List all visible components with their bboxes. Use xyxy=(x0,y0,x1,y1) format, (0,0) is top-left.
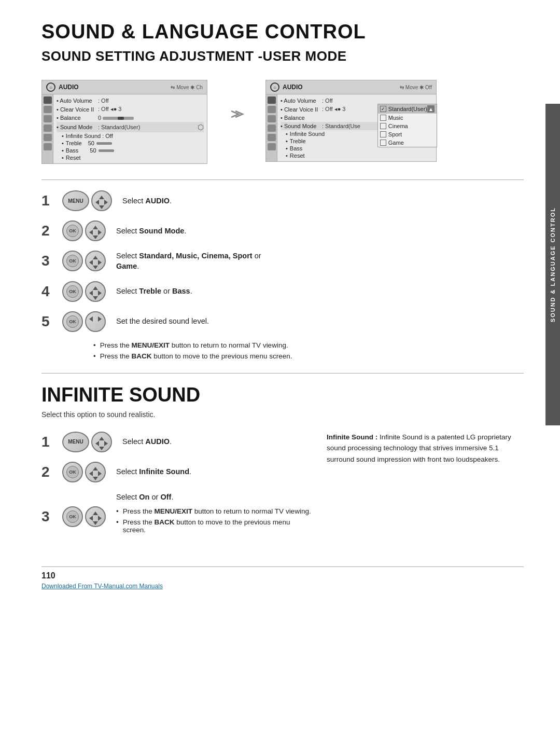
is-ok-inner-2: OK xyxy=(66,466,79,478)
infinite-sound-title: INFINITE SOUND xyxy=(41,384,524,406)
r-label-reset: Reset xyxy=(290,153,305,159)
note-text-2: Press the BACK button to move to the pre… xyxy=(100,352,292,360)
sub-row-treble: • Treble 50 xyxy=(57,140,204,147)
is-nav-center-2 xyxy=(93,472,97,476)
step-4-buttons: OK xyxy=(62,281,106,302)
dropdown-label-music: Music xyxy=(388,115,403,121)
footer-link[interactable]: Downloaded From TV-Manual.com Manuals xyxy=(41,583,524,590)
sound-mode-dropdown[interactable]: ✓ Standard(User) ▲ Music Cinema xyxy=(377,104,437,147)
is-nav-left-1 xyxy=(95,441,99,446)
divider-2 xyxy=(41,373,524,374)
note-2: • Press the BACK button to move to the p… xyxy=(93,352,524,360)
label-balance: Balance xyxy=(57,115,98,121)
value-balance: 0 xyxy=(98,115,204,121)
nav-inner-5 xyxy=(90,316,101,327)
nav-inner-4 xyxy=(90,286,101,297)
nav-pad-3[interactable] xyxy=(85,251,106,271)
nav-right-arrow xyxy=(104,200,108,205)
is-ok-button-2[interactable]: OK xyxy=(62,462,83,482)
r-label-clear-voice: Clear Voice II xyxy=(281,106,322,113)
checkbox-standard: ✓ xyxy=(380,106,386,112)
is-nav-inner-2 xyxy=(90,467,101,477)
nav-right-4 xyxy=(98,290,102,296)
step-3-text: Select Standard, Music, Cinema, Sport or… xyxy=(116,251,261,272)
is-ok-inner-3: OK xyxy=(66,510,79,523)
is-nav-pad-1[interactable] xyxy=(91,432,112,452)
main-title: SOUND & LANGUAGE CONTROL xyxy=(41,21,524,43)
is-nav-down-3 xyxy=(93,521,98,525)
nav-up-3 xyxy=(93,256,98,259)
ok-button-5[interactable]: OK xyxy=(62,311,83,332)
is-nav-center-1 xyxy=(100,441,104,446)
nav-pad-5[interactable] xyxy=(85,311,106,332)
sub-row-infinite: • Infinite Sound : Off xyxy=(57,132,204,140)
is-nav-right-3 xyxy=(98,516,102,521)
is-bullet-2: • xyxy=(116,518,119,534)
ok-button-2[interactable]: OK xyxy=(62,220,83,241)
side-bar: SOUND & LANGUAGE CONTROL xyxy=(545,104,560,425)
ok-button-3[interactable]: OK xyxy=(62,251,83,271)
dropdown-item-sport[interactable]: Sport xyxy=(378,130,437,139)
is-nav-left-3 xyxy=(89,516,93,521)
nav-pad-4[interactable] xyxy=(85,281,106,302)
is-nav-lr-1 xyxy=(95,441,108,446)
r-sidebar-icon-1 xyxy=(268,96,276,104)
nav-pad-1[interactable] xyxy=(91,190,112,211)
infinite-sound-desc: Select this option to sound realistic. xyxy=(41,410,524,419)
nav-left-2 xyxy=(89,230,93,235)
dropdown-item-standard[interactable]: ✓ Standard(User) ▲ xyxy=(378,104,437,114)
is-menu-button-1[interactable]: MENU xyxy=(62,432,89,452)
footer: 110 Downloaded From TV-Manual.com Manual… xyxy=(41,566,524,590)
is-nav-down-1 xyxy=(99,447,104,450)
nav-pad-2[interactable] xyxy=(85,220,106,241)
is-nav-up-3 xyxy=(93,511,98,515)
audio-icon-left: ○ xyxy=(46,82,55,92)
dropdown-item-music[interactable]: Music xyxy=(378,114,437,122)
ok-button-4[interactable]: OK xyxy=(62,281,83,302)
nav-lr-4 xyxy=(89,290,102,296)
nav-down-4 xyxy=(93,296,98,300)
step-3-row: 3 OK Select Sta xyxy=(41,251,524,272)
step-3-number: 3 xyxy=(41,254,52,268)
nav-inner-1 xyxy=(96,196,107,206)
is-nav-pad-2[interactable] xyxy=(85,462,106,482)
dropdown-item-cinema[interactable]: Cinema xyxy=(378,122,437,130)
is-nav-right-2 xyxy=(98,471,102,476)
r-label-treble: Treble xyxy=(290,138,306,144)
is-nav-up-1 xyxy=(99,437,104,440)
nav-left-arrow xyxy=(95,200,99,205)
is-nav-inner-3 xyxy=(90,511,101,522)
is-nav-lr-2 xyxy=(89,471,102,476)
is-ok-button-3[interactable]: OK xyxy=(62,506,83,527)
is-step-2-text: Select Infinite Sound. xyxy=(116,466,191,477)
panel-title-right: AUDIO xyxy=(283,84,397,91)
panel-header-right: ○ AUDIO ⇆ Move ✱ Off xyxy=(266,80,436,94)
is-step-2-row: 2 OK xyxy=(41,462,311,482)
step-4-text: Select Treble or Bass. xyxy=(116,286,192,296)
menu-button-1[interactable]: MENU xyxy=(62,190,89,211)
dropdown-item-game[interactable]: Game xyxy=(378,139,437,147)
dropdown-label-game: Game xyxy=(388,140,404,146)
label-bass: Bass xyxy=(66,147,78,154)
steps-section-1: 1 MENU Select A xyxy=(41,190,524,360)
infinite-sound-steps: 1 MENU xyxy=(41,432,311,551)
ok-inner-4: OK xyxy=(66,285,79,298)
r-value-auto-volume: : Off xyxy=(322,98,433,104)
panel-sidebar-right xyxy=(266,94,277,161)
row-clear-voice: Clear Voice II : Off ◂● 3 xyxy=(57,105,204,114)
nav-up-2 xyxy=(93,226,98,229)
panel-content-left: Auto Volume : Off Clear Voice II : Off ◂… xyxy=(53,94,207,163)
step-4-row: 4 OK Select Tre xyxy=(41,281,524,302)
infinite-sound-info: Infinite Sound : Infinite Sound is a pat… xyxy=(327,432,524,551)
dropdown-arrow-icon: ▲ xyxy=(427,105,435,113)
is-nav-inner-1 xyxy=(96,437,107,447)
r-sidebar-icon-3 xyxy=(268,115,276,122)
nav-up-arrow xyxy=(99,196,104,199)
r-label-infinite: Infinite Sound xyxy=(290,131,325,137)
is-nav-pad-3[interactable] xyxy=(85,506,106,527)
step-5-text: Set the desired sound level. xyxy=(116,316,209,326)
info-box-text: Infinite Sound : Infinite Sound is a pat… xyxy=(327,432,524,465)
ok-inner-3: OK xyxy=(66,255,79,267)
panel-sidebar-left xyxy=(42,94,53,163)
panel-nav-right: ⇆ Move ✱ Off xyxy=(400,85,432,90)
